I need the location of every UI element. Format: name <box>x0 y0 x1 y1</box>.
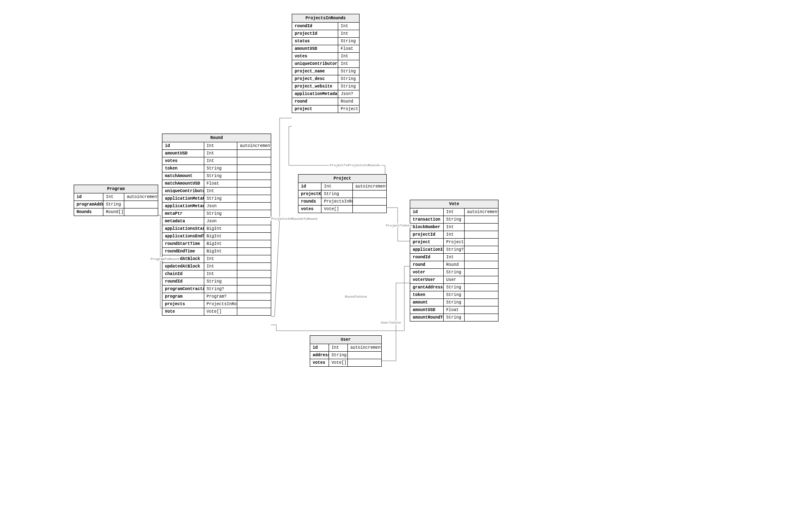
column-type: Int <box>338 53 359 60</box>
table-row: applicationIdString? <box>410 246 498 254</box>
column-name: uniqueContributors <box>162 188 204 195</box>
table-row: tokenString <box>162 165 271 172</box>
table-body: idIntautoincrement()addressStringvotesVo… <box>310 344 381 366</box>
column-type: Int <box>321 183 353 190</box>
column-type: String <box>444 284 465 291</box>
table-row: blockNumberInt <box>410 224 498 231</box>
column-type: String <box>444 314 465 321</box>
table-row: idIntautoincrement() <box>162 142 271 150</box>
column-type: Int <box>204 263 238 270</box>
column-extra <box>465 261 498 268</box>
column-type: Vote[] <box>321 206 353 213</box>
table-row: applicationsStartTimeBigInt <box>162 225 271 233</box>
table-row: voterUserUser <box>410 276 498 284</box>
column-name: amountUSD <box>162 150 204 157</box>
table-row: amountUSDInt <box>162 150 271 157</box>
column-extra <box>348 352 381 359</box>
column-type: Program? <box>204 293 238 300</box>
column-extra: autoincrement() <box>124 193 158 201</box>
column-extra <box>237 218 271 225</box>
column-extra <box>237 278 271 285</box>
column-name: program <box>162 293 204 300</box>
column-name: chainId <box>162 270 204 278</box>
column-type: Int <box>444 254 465 261</box>
column-type: Json? <box>338 90 359 98</box>
column-name: metadata <box>162 218 204 225</box>
column-type: String <box>329 352 348 359</box>
column-name: transaction <box>410 216 444 223</box>
table-row: idIntautoincrement() <box>410 208 498 216</box>
column-type: Int <box>204 142 238 149</box>
table-row: project_websiteString <box>292 83 359 90</box>
column-type: Project <box>444 239 465 246</box>
column-type: Round <box>444 261 465 268</box>
column-extra <box>465 254 498 261</box>
column-name: id <box>310 344 329 351</box>
column-type: String <box>444 269 465 276</box>
column-name: roundEndTime <box>162 248 204 255</box>
column-type: Int <box>338 30 359 37</box>
column-type: String <box>204 172 238 180</box>
table-row: votesVote[] <box>298 206 386 213</box>
table-row: applicationMetaPtrString <box>162 195 271 203</box>
column-type: Json <box>204 203 238 210</box>
column-extra <box>465 246 498 253</box>
column-name: metaPtr <box>162 210 204 217</box>
table-row: amountString <box>410 299 498 306</box>
column-extra <box>237 172 271 180</box>
column-name: matchAmountUSD <box>162 180 204 187</box>
column-name: blockNumber <box>410 224 444 231</box>
column-type: BigInt <box>204 233 238 240</box>
column-type: Vote[] <box>329 359 348 366</box>
column-type: Int <box>204 255 238 262</box>
column-name: address <box>310 352 329 359</box>
table-row: idIntautoincrement() <box>310 344 381 352</box>
table-row: projectsProjectsInRounds[] <box>162 301 271 308</box>
table-title: ProjectsInRounds <box>292 14 359 23</box>
column-type: Int <box>444 224 465 231</box>
table-row: grantAddressString <box>410 284 498 291</box>
table-row: roundEndTimeBigInt <box>162 248 271 255</box>
table-title: Project <box>298 175 386 183</box>
column-extra <box>465 224 498 231</box>
column-name: applicationsStartTime <box>162 225 204 232</box>
column-type: Json <box>204 218 238 225</box>
table-body: idIntautoincrement()projectKeyStringroun… <box>298 183 386 213</box>
column-type: BigInt <box>204 248 238 255</box>
edge-label: UserToVote <box>380 321 402 324</box>
column-type: ProjectsInRounds[] <box>321 198 353 205</box>
table-row: uniqueContributorsInt <box>292 60 359 68</box>
column-type: Int <box>204 150 238 157</box>
column-extra <box>237 157 271 165</box>
column-type: Int <box>204 157 238 165</box>
column-name: round <box>292 98 338 105</box>
column-name: roundId <box>410 254 444 261</box>
edge-label: ProjectToVote <box>385 224 413 227</box>
connectors-layer <box>0 0 812 517</box>
column-name: votes <box>162 157 204 165</box>
edge-label: ProjectsInRoundsToRound <box>270 217 318 221</box>
table-row: roundIdInt <box>410 254 498 261</box>
table-row: projectIdInt <box>410 231 498 239</box>
column-type: String <box>204 195 238 202</box>
table-row: projectProject <box>410 239 498 246</box>
table-title: Vote <box>410 200 498 208</box>
column-extra <box>237 308 271 315</box>
column-extra <box>348 359 381 366</box>
column-name: programContractAddress <box>162 286 204 293</box>
column-type: String <box>321 190 353 198</box>
column-extra <box>465 231 498 238</box>
table-row: applicationsEndTimeBigInt <box>162 233 271 240</box>
column-name: votes <box>298 206 321 213</box>
column-type: String <box>444 299 465 306</box>
table-body: idIntautoincrement()programAddressString… <box>74 193 158 216</box>
column-extra <box>237 255 271 262</box>
column-type: Int <box>103 193 124 201</box>
column-type: String? <box>444 246 465 253</box>
table-row: projectKeyString <box>298 190 386 198</box>
column-name: matchAmount <box>162 172 204 180</box>
column-name: amount <box>410 299 444 306</box>
table-row: applicationMetadataJson <box>162 203 271 210</box>
table-row: project_nameString <box>292 68 359 75</box>
column-type: Int <box>204 188 238 195</box>
